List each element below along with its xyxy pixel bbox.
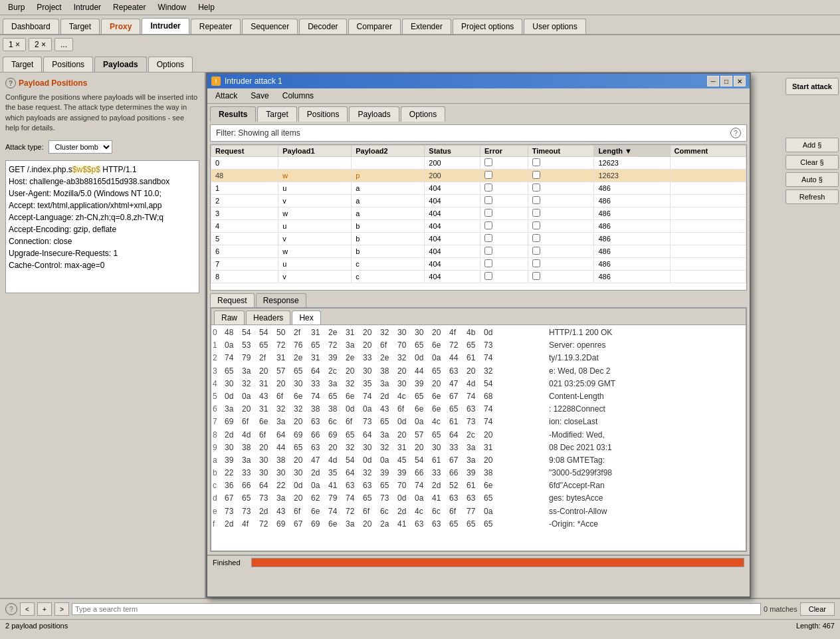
description: Configure the positions where payloads w… bbox=[5, 92, 199, 134]
attack-menu-columns[interactable]: Columns bbox=[277, 90, 319, 102]
progress-bar-container bbox=[251, 558, 744, 567]
hex-byte: 63 bbox=[467, 492, 481, 505]
col-timeout[interactable]: Timeout bbox=[528, 146, 594, 157]
rr-sub-headers[interactable]: Headers bbox=[246, 311, 290, 324]
clear-section-button[interactable]: Clear § bbox=[786, 155, 839, 170]
col-comment[interactable]: Comment bbox=[670, 146, 746, 157]
hex-byte: 69 bbox=[311, 518, 326, 531]
table-row[interactable]: 5 v b 404 486 bbox=[211, 233, 746, 245]
auto-section-button[interactable]: Auto § bbox=[786, 172, 839, 187]
tab-comparer[interactable]: Comparer bbox=[348, 19, 401, 34]
maximize-button[interactable]: □ bbox=[720, 76, 732, 86]
attack-tab-results[interactable]: Results bbox=[210, 106, 256, 122]
hex-byte: 65 bbox=[467, 518, 481, 531]
menu-repeater[interactable]: Repeater bbox=[108, 1, 151, 13]
add-section-button[interactable]: Add § bbox=[786, 138, 839, 152]
search-input[interactable] bbox=[72, 603, 761, 615]
attack-tab-positions[interactable]: Positions bbox=[298, 106, 348, 122]
sub-tab-target[interactable]: Target bbox=[3, 57, 42, 72]
tab-intruder[interactable]: Intruder bbox=[142, 18, 189, 34]
clear-button[interactable]: Clear bbox=[800, 602, 835, 616]
num-tab-more[interactable]: ... bbox=[54, 38, 73, 51]
hex-byte: 2d bbox=[225, 429, 239, 442]
hex-byte: 20 bbox=[294, 492, 308, 505]
tab-repeater[interactable]: Repeater bbox=[191, 19, 241, 34]
filter-help-icon[interactable]: ? bbox=[730, 128, 741, 138]
cell-timeout bbox=[528, 207, 594, 220]
nav-forward-button[interactable]: > bbox=[54, 602, 69, 616]
table-row[interactable]: 7 u c 404 486 bbox=[211, 258, 746, 271]
hex-byte: 6e bbox=[328, 518, 343, 531]
menu-project[interactable]: Project bbox=[31, 1, 66, 13]
menu-burp[interactable]: Burp bbox=[3, 1, 30, 13]
menu-window[interactable]: Window bbox=[152, 1, 191, 13]
menu-intruder[interactable]: Intruder bbox=[68, 1, 106, 13]
attack-type-label: Attack type: bbox=[5, 143, 43, 151]
tab-proxy[interactable]: Proxy bbox=[101, 19, 140, 34]
tab-target[interactable]: Target bbox=[60, 19, 100, 34]
help-icon-left[interactable]: ? bbox=[5, 78, 16, 88]
num-tab-2[interactable]: 2 × bbox=[29, 38, 52, 51]
tab-sequencer[interactable]: Sequencer bbox=[242, 19, 298, 34]
minimize-button[interactable]: ─ bbox=[707, 76, 719, 86]
nav-back-button[interactable]: < bbox=[20, 602, 35, 616]
table-row[interactable]: 2 v a 404 486 bbox=[211, 195, 746, 207]
col-error[interactable]: Error bbox=[480, 146, 528, 157]
tab-extender[interactable]: Extender bbox=[402, 19, 451, 34]
cell-request: 1 bbox=[211, 182, 278, 195]
rr-tab-response[interactable]: Response bbox=[256, 293, 306, 307]
hex-byte: 41 bbox=[397, 518, 412, 531]
attack-tab-payloads[interactable]: Payloads bbox=[349, 106, 399, 122]
table-row[interactable]: 3 w a 404 486 bbox=[211, 207, 746, 220]
col-request[interactable]: Request bbox=[211, 146, 278, 157]
table-row[interactable]: 0 200 12623 bbox=[211, 157, 746, 170]
attack-menu-attack[interactable]: Attack bbox=[210, 90, 243, 102]
col-payload1[interactable]: Payload1 bbox=[278, 146, 352, 157]
table-row[interactable]: 4 u b 404 486 bbox=[211, 220, 746, 233]
attack-tab-options[interactable]: Options bbox=[401, 106, 445, 122]
tab-dashboard[interactable]: Dashboard bbox=[3, 19, 59, 34]
sub-tab-payloads[interactable]: Payloads bbox=[94, 57, 147, 72]
attack-type-select[interactable]: Cluster bomb bbox=[49, 140, 112, 154]
hex-byte: 20 bbox=[276, 378, 291, 390]
start-attack-button[interactable]: Start attack bbox=[786, 78, 839, 95]
tab-user-options[interactable]: User options bbox=[524, 19, 585, 34]
table-row[interactable]: 6 w b 404 486 bbox=[211, 245, 746, 258]
attack-tab-target[interactable]: Target bbox=[257, 106, 296, 122]
sub-tab-positions[interactable]: Positions bbox=[43, 57, 93, 72]
hex-byte: 6f bbox=[294, 505, 308, 518]
table-row[interactable]: 48 w p 200 12623 bbox=[211, 170, 746, 182]
table-row[interactable]: 8 v c 404 486 bbox=[211, 271, 746, 283]
hex-byte: 74 bbox=[484, 403, 498, 416]
filter-bar[interactable]: Filter: Showing all items ? bbox=[210, 124, 747, 142]
hex-byte: 67 bbox=[449, 454, 464, 467]
cell-payload1: v bbox=[278, 271, 352, 283]
rr-sub-raw[interactable]: Raw bbox=[214, 311, 245, 324]
hex-byte: 0a bbox=[415, 492, 429, 505]
attack-menu-save[interactable]: Save bbox=[245, 90, 274, 102]
refresh-button[interactable]: Refresh bbox=[786, 190, 839, 204]
cell-payload1: w bbox=[278, 207, 352, 220]
hex-byte: 65 bbox=[467, 339, 481, 352]
col-status[interactable]: Status bbox=[425, 146, 480, 157]
menu-help[interactable]: Help bbox=[193, 1, 220, 13]
cell-comment bbox=[670, 245, 746, 258]
close-button[interactable]: ✕ bbox=[734, 76, 746, 86]
sub-tab-options[interactable]: Options bbox=[148, 57, 193, 72]
nav-add-button[interactable]: + bbox=[37, 602, 52, 616]
col-length[interactable]: Length ▼ bbox=[594, 146, 670, 157]
hex-byte: 72 bbox=[259, 518, 274, 531]
hex-byte: 77 bbox=[467, 505, 481, 518]
rr-tab-request[interactable]: Request bbox=[210, 293, 255, 307]
hex-text: Server: openres bbox=[549, 339, 605, 352]
tab-project-options[interactable]: Project options bbox=[453, 19, 522, 34]
tab-decoder[interactable]: Decoder bbox=[299, 19, 346, 34]
col-payload2[interactable]: Payload2 bbox=[352, 146, 425, 157]
rr-sub-hex[interactable]: Hex bbox=[292, 311, 320, 324]
table-row[interactable]: 1 u a 404 486 bbox=[211, 182, 746, 195]
hex-byte: 2c bbox=[328, 365, 343, 378]
cell-request: 8 bbox=[211, 271, 278, 283]
bottom-help-icon[interactable]: ? bbox=[5, 603, 17, 615]
hex-byte: 20 bbox=[397, 365, 412, 378]
num-tab-1[interactable]: 1 × bbox=[3, 38, 26, 51]
